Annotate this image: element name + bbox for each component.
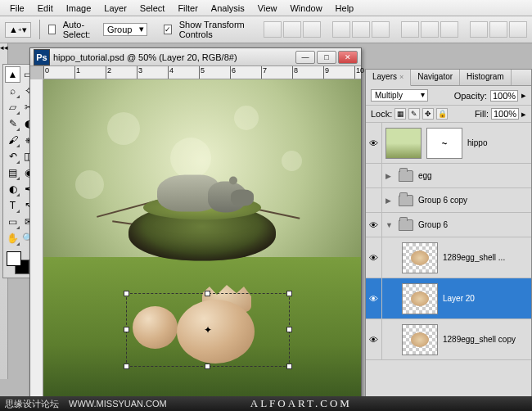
tab-layers[interactable]: Layers×: [366, 70, 411, 86]
showtransform-checkbox[interactable]: ✓: [164, 25, 172, 34]
autoselect-dropdown[interactable]: Group: [103, 23, 148, 36]
layer-thumbnail[interactable]: [402, 242, 438, 273]
transform-handle-tr[interactable]: [286, 291, 292, 296]
transform-handle-bc[interactable]: [205, 364, 210, 369]
transform-center-icon[interactable]: ✦: [204, 324, 212, 336]
layer-row[interactable]: ▶egg: [366, 164, 531, 188]
foreground-swatch[interactable]: [7, 251, 21, 266]
menu-select[interactable]: Select: [133, 3, 172, 13]
lock-pixels-icon[interactable]: ✎: [408, 108, 420, 120]
blend-mode-dropdown[interactable]: Multiply: [371, 89, 428, 102]
ruler-tick: 0: [43, 66, 49, 79]
move-tool-indicator[interactable]: ▲+ ▾: [5, 22, 31, 38]
layer-name[interactable]: 1289egg_shell copy: [443, 335, 516, 344]
transform-handle-ml[interactable]: [124, 327, 129, 332]
menu-filter[interactable]: Filter: [171, 3, 204, 13]
tool-grad[interactable]: ▤: [5, 165, 20, 181]
layer-name[interactable]: Group 6 copy: [418, 196, 467, 205]
layer-mask-thumbnail[interactable]: [426, 128, 462, 159]
expand-arrow-icon[interactable]: ▶: [385, 196, 394, 205]
visibility-toggle[interactable]: [366, 188, 382, 212]
layer-row[interactable]: 👁hippo: [366, 123, 531, 164]
expand-arrow-icon[interactable]: ▶: [385, 172, 394, 180]
layer-row[interactable]: 👁▼Group 6: [366, 213, 531, 237]
dist-left-icon[interactable]: [470, 21, 488, 38]
panel-tabs: Layers×NavigatorHistogram: [366, 70, 531, 86]
close-button[interactable]: ✕: [338, 51, 358, 64]
tool-move[interactable]: ▲: [5, 66, 20, 83]
menu-help[interactable]: Help: [329, 3, 361, 13]
visibility-toggle[interactable]: [366, 164, 382, 187]
visibility-toggle[interactable]: 👁: [366, 123, 382, 163]
visibility-toggle[interactable]: 👁: [366, 278, 382, 318]
menu-edit[interactable]: Edit: [31, 3, 60, 13]
footer-brand: ALFOART.COM: [250, 397, 352, 410]
titlebar[interactable]: Ps hippo_tutorial.psd @ 50% (Layer 20, R…: [30, 48, 361, 66]
align-right-icon[interactable]: [372, 21, 390, 38]
lock-transparent-icon[interactable]: ▦: [394, 108, 406, 120]
tool-dodge[interactable]: ◐: [5, 181, 20, 197]
layer-name[interactable]: Group 6: [418, 220, 448, 229]
layer-row[interactable]: ▶Group 6 copy: [366, 188, 531, 213]
dist-right-icon[interactable]: [509, 21, 527, 38]
visibility-toggle[interactable]: 👁: [366, 319, 382, 359]
opacity-arrow-icon[interactable]: ▸: [521, 90, 526, 101]
lock-all-icon[interactable]: 🔒: [436, 108, 448, 120]
tool-rect[interactable]: ▭: [5, 214, 20, 230]
expand-arrow-icon[interactable]: ▼: [385, 221, 394, 229]
layer-name[interactable]: 1289egg_shell ...: [443, 253, 505, 262]
align-bottom-icon[interactable]: [303, 21, 321, 38]
lock-position-icon[interactable]: ✥: [422, 108, 434, 120]
layer-row[interactable]: 👁1289egg_shell copy: [366, 319, 531, 360]
layer-row[interactable]: 👁1289egg_shell ...: [366, 237, 531, 278]
layer-thumbnail[interactable]: [385, 128, 422, 159]
transform-handle-mr[interactable]: [286, 327, 292, 332]
canvas[interactable]: ✦: [43, 79, 361, 403]
tool-hand[interactable]: ✋: [5, 230, 20, 246]
tool-eyedrop[interactable]: ✎: [5, 115, 20, 132]
layer-thumbnail[interactable]: [402, 324, 438, 355]
nest-image: [128, 183, 276, 260]
ruler-vertical[interactable]: [30, 79, 43, 403]
align-vcenter-icon[interactable]: [283, 21, 301, 38]
transform-handle-tc[interactable]: [205, 291, 210, 296]
menu-view[interactable]: View: [251, 3, 284, 13]
menu-layer[interactable]: Layer: [97, 3, 133, 13]
tool-brush[interactable]: 🖌: [5, 132, 20, 148]
align-hcenter-icon[interactable]: [352, 21, 370, 38]
transform-handle-br[interactable]: [286, 364, 292, 369]
layer-row[interactable]: 👁Layer 20: [366, 278, 531, 319]
dist-bottom-icon[interactable]: [440, 21, 458, 38]
tab-navigator[interactable]: Navigator: [411, 70, 460, 85]
fill-value[interactable]: 100%: [491, 108, 519, 120]
autoselect-checkbox[interactable]: [48, 25, 56, 34]
minimize-button[interactable]: —: [295, 51, 315, 64]
align-top-icon[interactable]: [264, 21, 282, 38]
layer-name[interactable]: hippo: [467, 138, 487, 147]
dist-hcenter-icon[interactable]: [489, 21, 507, 38]
maximize-button[interactable]: □: [317, 51, 336, 64]
transform-bounding-box[interactable]: ✦: [126, 293, 290, 367]
ruler-horizontal[interactable]: 012345678910: [43, 66, 361, 79]
menu-image[interactable]: Image: [60, 3, 98, 13]
fill-arrow-icon[interactable]: ▸: [521, 109, 526, 120]
layer-thumbnail[interactable]: [402, 283, 438, 314]
transform-handle-tl[interactable]: [124, 291, 129, 296]
menu-window[interactable]: Window: [283, 3, 328, 13]
tool-type[interactable]: T: [5, 197, 20, 214]
layer-name[interactable]: Layer 20: [443, 294, 475, 303]
tab-histogram[interactable]: Histogram: [460, 70, 512, 85]
visibility-toggle[interactable]: 👁: [366, 237, 382, 278]
visibility-toggle[interactable]: 👁: [366, 213, 382, 237]
tool-history[interactable]: ↶: [5, 148, 20, 165]
menu-file[interactable]: File: [3, 3, 31, 13]
tool-lasso[interactable]: ⌕: [5, 83, 20, 99]
opacity-value[interactable]: 100%: [490, 90, 518, 102]
dist-vcenter-icon[interactable]: [421, 21, 439, 38]
transform-handle-bl[interactable]: [124, 364, 129, 369]
tool-crop[interactable]: ▱: [5, 99, 20, 115]
menu-analysis[interactable]: Analysis: [205, 3, 251, 13]
dist-top-icon[interactable]: [401, 21, 419, 38]
layer-name[interactable]: egg: [418, 171, 432, 180]
align-left-icon[interactable]: [332, 21, 350, 38]
